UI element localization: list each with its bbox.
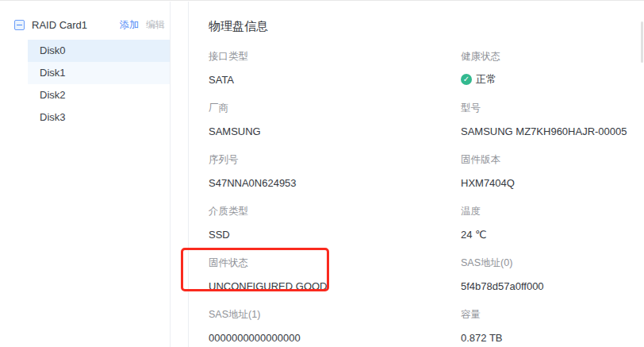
field-value: SAMSUNG MZ7KH960HAJR-00005	[461, 125, 644, 137]
field-label: 固件版本	[461, 153, 644, 167]
field-firmware-version: 固件版本 HXM7404Q	[461, 153, 644, 205]
field-media-type: 介质类型 SSD	[209, 205, 461, 256]
field-label: 序列号	[209, 153, 461, 167]
physical-disk-panel: 物理盘信息 接口类型 SATA 健康状态 ✓ 正常 厂商 SAMSUNG 型号 …	[188, 2, 644, 347]
field-temperature: 温度 24 ℃	[461, 205, 644, 256]
field-value: 0000000000000000	[209, 332, 461, 344]
field-value: S47NNA0N624953	[209, 177, 461, 189]
sidebar-item-disk0[interactable]: Disk0	[28, 40, 170, 62]
field-interface-type: 接口类型 SATA	[209, 50, 461, 102]
field-value: 5f4b78d57a0ff000	[461, 280, 644, 292]
field-capacity: 容量 0.872 TB	[461, 308, 644, 347]
field-label: 接口类型	[209, 50, 461, 64]
sidebar-item-disk1[interactable]: Disk1	[28, 62, 170, 84]
field-label: SAS地址(0)	[461, 256, 644, 270]
field-model: 型号 SAMSUNG MZ7KH960HAJR-00005	[461, 102, 644, 153]
raid-card-label: RAID Card1	[32, 19, 87, 31]
field-firmware-state: 固件状态 UNCONFIGURED GOOD	[209, 256, 461, 308]
raid-card-node[interactable]: RAID Card1 添加 编辑	[14, 16, 165, 33]
field-value: SATA	[209, 74, 461, 86]
field-label: 介质类型	[209, 205, 461, 218]
disk-list: Disk0 Disk1 Disk2 Disk3	[0, 40, 170, 129]
field-value: SSD	[209, 229, 461, 241]
field-value: 24 ℃	[461, 229, 644, 241]
field-label: 容量	[461, 308, 644, 322]
field-label: 固件状态	[209, 256, 461, 270]
scrollbar-thumb[interactable]	[641, 21, 643, 63]
field-label: 厂商	[209, 102, 461, 115]
field-label: 温度	[461, 205, 644, 218]
add-link[interactable]: 添加	[120, 18, 139, 32]
field-sas-address-1: SAS地址(1) 0000000000000000	[209, 308, 461, 347]
page: RAID Card1 添加 编辑 Disk0 Disk1 Disk2 Disk3…	[0, 0, 644, 347]
sidebar: RAID Card1 添加 编辑 Disk0 Disk1 Disk2 Disk3	[0, 2, 171, 347]
sidebar-item-disk3[interactable]: Disk3	[28, 106, 170, 129]
field-value: UNCONFIGURED GOOD	[209, 280, 461, 292]
field-value: 正常	[476, 72, 496, 87]
collapse-minus-icon[interactable]	[14, 20, 25, 30]
field-serial-number: 序列号 S47NNA0N624953	[209, 153, 461, 205]
field-sas-address-0: SAS地址(0) 5f4b78d57a0ff000	[461, 256, 644, 308]
edit-link[interactable]: 编辑	[146, 18, 165, 32]
page-title: 物理盘信息	[209, 19, 644, 34]
field-value: 0.872 TB	[461, 332, 644, 344]
field-label: 型号	[461, 102, 644, 115]
sidebar-item-disk2[interactable]: Disk2	[28, 84, 170, 106]
field-vendor: 厂商 SAMSUNG	[209, 102, 461, 153]
field-label: 健康状态	[461, 50, 644, 64]
field-value: HXM7404Q	[461, 177, 644, 189]
field-value: SAMSUNG	[209, 125, 461, 137]
field-label: SAS地址(1)	[209, 308, 461, 322]
disk-info-grid: 接口类型 SATA 健康状态 ✓ 正常 厂商 SAMSUNG 型号 SAMSUN…	[209, 50, 644, 347]
check-circle-icon: ✓	[461, 74, 472, 85]
field-health-status: 健康状态 ✓ 正常	[461, 50, 644, 102]
